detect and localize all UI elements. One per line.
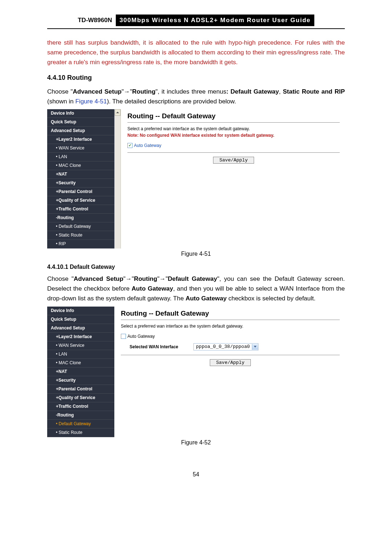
page-title: Routing -- Default Gateway <box>121 309 340 317</box>
page-header: TD-W8960N 300Mbps Wireless N ADSL2+ Mode… <box>47 15 345 26</box>
text-bold: Default Gateway <box>168 275 217 282</box>
header-rule <box>47 28 345 29</box>
sidebar-item[interactable]: +Traffic Control <box>47 205 114 214</box>
scroll-up-arrow[interactable] <box>115 109 121 116</box>
text: , <box>279 88 283 95</box>
text: ", it includes three menus <box>155 88 226 95</box>
text: ). The detailed descriptions are provide… <box>107 98 236 105</box>
text-bold: Advanced Setup <box>74 275 123 282</box>
dropdown-button[interactable] <box>252 344 258 350</box>
text: "→" <box>157 275 168 282</box>
text-bold: Static Route and RIP <box>283 88 345 95</box>
text: "→" <box>122 88 132 95</box>
sidebar-item[interactable]: -Routing <box>47 214 114 222</box>
divider <box>121 355 340 355</box>
sidebar-item[interactable]: • WAN Service <box>47 144 114 153</box>
text: checkbox is selected by default. <box>226 295 315 302</box>
note-text: Note: No configured WAN interface existe… <box>127 133 340 138</box>
text: Choose " <box>47 275 74 282</box>
divider <box>121 320 340 320</box>
sidebar-item[interactable]: +Layer2 Interface <box>47 135 114 144</box>
sidebar-item[interactable]: • LAN <box>47 153 114 161</box>
sidebar-item[interactable]: +Traffic Control <box>47 402 114 411</box>
wan-interface-select[interactable]: pppoa_0_0_38/pppoa0 <box>193 343 258 350</box>
sidebar-item[interactable]: Advanced Setup <box>47 127 114 135</box>
text-bold: Routing <box>134 275 157 282</box>
divider <box>127 152 340 153</box>
sidebar-item[interactable]: Advanced Setup <box>47 324 114 333</box>
checkbox-checked-icon[interactable]: ✔ <box>127 143 132 148</box>
sidebar-item[interactable]: +Quality of Service <box>47 196 114 205</box>
sidebar-item[interactable]: • MAC Clone <box>47 359 114 368</box>
figure-caption: Figure 4-52 <box>47 439 345 446</box>
guide-title: 300Mbps Wireless N ADSL2+ Modem Router U… <box>116 15 314 26</box>
content-pane: Routing -- Default Gateway Select a pref… <box>121 109 345 249</box>
figure-link[interactable]: Figure 4-51 <box>75 98 107 105</box>
sidebar-item[interactable]: • Static Route <box>47 428 114 437</box>
text-bold: Advanced Setup <box>73 88 122 95</box>
sidebar-item[interactable]: • LAN <box>47 350 114 359</box>
text-bold: Auto Gateway <box>185 295 226 302</box>
instruction-text: Select a preferred wan interface as the … <box>121 324 340 329</box>
page-number: 54 <box>47 471 345 478</box>
save-apply-button[interactable]: Save/Apply <box>210 359 250 366</box>
sidebar-item[interactable]: Quick Setup <box>47 118 114 127</box>
text: (shown in <box>47 98 75 105</box>
sidebar-item[interactable]: Quick Setup <box>47 315 114 324</box>
sidebar-item[interactable]: Device Info <box>47 109 114 118</box>
text: "→" <box>123 275 134 282</box>
checkbox-label: Auto Gateway <box>127 334 155 339</box>
figure-4-51: Device InfoQuick SetupAdvanced Setup+Lay… <box>47 109 345 249</box>
text-bold: Routing <box>132 88 155 95</box>
sidebar-item[interactable]: +Security <box>47 376 114 385</box>
content-pane: Routing -- Default Gateway Select a pref… <box>114 307 345 437</box>
scrollbar[interactable] <box>114 109 121 249</box>
sidebar-nav[interactable]: Device InfoQuick SetupAdvanced Setup+Lay… <box>47 109 114 249</box>
intro-paragraph-red: there still has surplus bandwidth, it is… <box>47 38 345 67</box>
sidebar-item[interactable]: +Quality of Service <box>47 394 114 402</box>
sidebar-item[interactable]: +Parental Control <box>47 385 114 394</box>
section-routing-heading: 4.4.10 Routing <box>47 74 345 82</box>
text: Choose " <box>47 88 73 95</box>
sidebar-item[interactable]: • WAN Service <box>47 341 114 350</box>
field-label: Selected WAN Interface <box>130 344 178 349</box>
divider <box>127 122 340 123</box>
wan-interface-row: Selected WAN Interface pppoa_0_0_38/pppo… <box>130 343 340 350</box>
sidebar-item[interactable]: +NAT <box>47 170 114 179</box>
chevron-up-icon <box>116 112 119 113</box>
auto-gateway-checkbox-row[interactable]: ✔ Auto Gateway <box>127 143 340 148</box>
select-value: pppoa_0_0_38/pppoa0 <box>196 344 250 349</box>
instruction-text: Select a preferred wan interface as the … <box>127 126 340 131</box>
model-number: TD-W8960N <box>78 17 112 24</box>
sidebar-item[interactable]: • RIP <box>47 240 114 249</box>
sidebar-item[interactable]: • Static Route <box>47 231 114 240</box>
figure-4-52: Device InfoQuick SetupAdvanced Setup+Lay… <box>47 307 345 437</box>
sidebar-item[interactable]: • Default Gateway <box>47 222 114 231</box>
sidebar-item[interactable]: Device Info <box>47 307 114 315</box>
sidebar-item[interactable]: -Routing <box>47 411 114 420</box>
sidebar-item[interactable]: • Default Gateway <box>47 420 114 428</box>
save-apply-button[interactable]: Save/Apply <box>213 157 254 164</box>
checkbox-unchecked-icon[interactable] <box>121 334 126 339</box>
text-bold: : Default Gateway <box>226 88 279 95</box>
sidebar-item[interactable]: • MAC Clone <box>47 161 114 170</box>
sidebar-item[interactable]: +Security <box>47 179 114 188</box>
sidebar-item[interactable]: +Layer2 Interface <box>47 333 114 341</box>
sidebar-item[interactable]: +Parental Control <box>47 188 114 196</box>
auto-gateway-checkbox-row[interactable]: Auto Gateway <box>121 334 340 339</box>
figure-caption: Figure 4-51 <box>47 251 345 257</box>
default-gateway-description: Choose "Advanced Setup"→"Routing"→"Defau… <box>47 274 345 304</box>
sidebar-item[interactable]: +NAT <box>47 368 114 376</box>
sidebar-nav[interactable]: Device InfoQuick SetupAdvanced Setup+Lay… <box>47 307 114 437</box>
checkbox-label: Auto Gateway <box>134 143 161 148</box>
page-title: Routing -- Default Gateway <box>127 112 340 120</box>
text-bold: Auto Gateway <box>132 285 173 292</box>
chevron-down-icon <box>254 346 257 348</box>
subsection-default-gateway-heading: 4.4.10.1 Default Gateway <box>47 264 345 270</box>
routing-description: Choose "Advanced Setup"→"Routing", it in… <box>47 87 345 106</box>
